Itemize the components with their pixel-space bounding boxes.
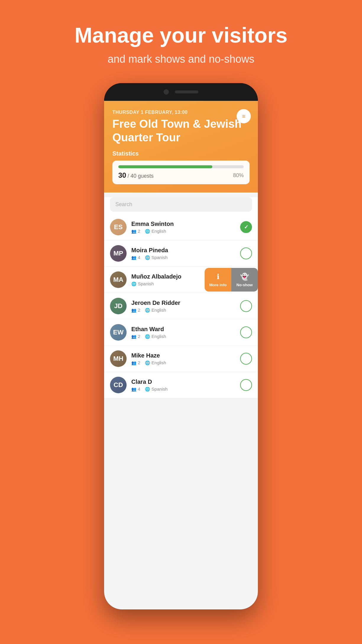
avatar: MP (110, 245, 127, 262)
visitor-name: Emma Swinton (131, 221, 240, 227)
language: 🌐 English (145, 229, 166, 234)
stats-numbers: 30 / 40 guests 80% (118, 171, 244, 179)
visitor-item[interactable]: EW Ethan Ward 👥 2 🌐 English (104, 319, 258, 346)
check-button[interactable] (240, 353, 252, 365)
visitor-item[interactable]: CD Clara D 👥 4 🌐 Spanish (104, 372, 258, 398)
visitor-item[interactable]: MH Mike Haze 👥 2 🌐 English (104, 346, 258, 372)
phone-notch (104, 83, 258, 101)
screen-content: Search ES Emma Swinton 👥 2 (104, 197, 258, 398)
guest-count: 👥 2 (131, 334, 140, 339)
avatar: MA (110, 271, 127, 288)
people-icon: 👥 (131, 255, 136, 260)
language: 🌐 English (145, 360, 166, 365)
visitor-info: Moira Pineda 👥 4 🌐 Spanish (131, 247, 240, 260)
stats-total-value: / 40 guests (127, 173, 153, 179)
search-bar[interactable]: Search (110, 197, 252, 212)
visitor-info: Ethan Ward 👥 2 🌐 English (131, 326, 240, 339)
ghost-icon: 👻 (240, 273, 249, 281)
event-date: THURSDAY 1 FEBRUARY, 13:00 (112, 110, 250, 115)
settings-icon: ≡ (242, 113, 245, 120)
info-icon: ℹ (217, 273, 219, 281)
hero-subtitle: and mark shows and no-shows (108, 53, 254, 65)
avatar: CD (110, 377, 127, 393)
visitor-name: Jeroen De Ridder (131, 300, 240, 306)
check-button[interactable] (240, 221, 252, 233)
phone-mockup: THURSDAY 1 FEBRUARY, 13:00 Free Old Town… (104, 83, 258, 609)
settings-button[interactable]: ≡ (237, 109, 251, 123)
statistics-label: Statistics (112, 150, 250, 157)
event-title: Free Old Town & Jewish Quarter Tour (112, 117, 250, 144)
visitor-item[interactable]: MA Muñoz Albaladejo 🌐 Spanish (104, 267, 258, 293)
visitor-info: Emma Swinton 👥 2 🌐 English (131, 221, 240, 234)
phone-screen: THURSDAY 1 FEBRUARY, 13:00 Free Old Town… (104, 101, 258, 609)
globe-icon: 🌐 (145, 387, 150, 391)
stats-bar-fill (118, 165, 212, 168)
visitor-meta: 👥 2 🌐 English (131, 360, 240, 365)
globe-icon: 🌐 (145, 308, 150, 313)
phone-speaker (175, 90, 198, 93)
visitor-meta: 👥 2 🌐 English (131, 229, 240, 234)
language: 🌐 Spanish (131, 281, 154, 286)
stats-bar-track (118, 165, 244, 168)
visitor-info: Clara D 👥 4 🌐 Spanish (131, 378, 240, 391)
globe-icon: 🌐 (145, 229, 150, 234)
visitor-item[interactable]: ES Emma Swinton 👥 2 🌐 English (104, 214, 258, 240)
check-button[interactable] (240, 247, 252, 259)
check-button[interactable] (240, 326, 252, 338)
visitor-meta: 👥 2 🌐 English (131, 308, 240, 313)
avatar: EW (110, 324, 127, 341)
stats-bar-container: 30 / 40 guests 80% (112, 161, 250, 184)
guest-count: 👥 4 (131, 255, 140, 260)
language: 🌐 English (145, 308, 166, 313)
visitor-item[interactable]: MP Moira Pineda 👥 4 🌐 Spanish (104, 240, 258, 267)
people-icon: 👥 (131, 360, 136, 365)
check-button[interactable] (240, 379, 252, 391)
no-show-label: No-show (237, 283, 253, 287)
visitor-list: ES Emma Swinton 👥 2 🌐 English (104, 214, 258, 398)
phone-camera (164, 89, 169, 95)
stats-current-guests: 30 / 40 guests (118, 171, 153, 179)
visitor-name: Mike Haze (131, 352, 240, 359)
guest-count: 👥 2 (131, 360, 140, 365)
language: 🌐 Spanish (145, 255, 167, 260)
visitor-name: Moira Pineda (131, 247, 240, 254)
guest-count: 👥 2 (131, 308, 140, 313)
language: 🌐 Spanish (145, 386, 167, 391)
visitor-info: Jeroen De Ridder 👥 2 🌐 English (131, 300, 240, 313)
more-info-button[interactable]: ℹ More info (205, 268, 231, 292)
language: 🌐 English (145, 334, 166, 339)
globe-icon: 🌐 (131, 281, 136, 286)
more-info-label: More info (209, 283, 227, 287)
visitor-meta: 👥 2 🌐 English (131, 334, 240, 339)
avatar: JD (110, 298, 127, 314)
no-show-button[interactable]: 👻 No-show (231, 268, 258, 292)
globe-icon: 🌐 (145, 360, 150, 365)
visitor-item[interactable]: JD Jeroen De Ridder 👥 2 🌐 English (104, 293, 258, 319)
people-icon: 👥 (131, 387, 136, 391)
visitor-name: Ethan Ward (131, 326, 240, 333)
people-icon: 👥 (131, 334, 136, 339)
avatar: ES (110, 219, 127, 235)
globe-icon: 🌐 (145, 255, 150, 260)
stats-percent-value: 80% (233, 172, 244, 179)
globe-icon: 🌐 (145, 334, 150, 339)
visitor-name: Clara D (131, 378, 240, 385)
action-overlay: ℹ More info 👻 No-show (205, 268, 258, 292)
visitor-info: Mike Haze 👥 2 🌐 English (131, 352, 240, 365)
guest-count: 👥 4 (131, 386, 140, 391)
people-icon: 👥 (131, 308, 136, 313)
visitor-meta: 👥 4 🌐 Spanish (131, 255, 240, 260)
hero-title: Manage your visitors (75, 24, 287, 47)
avatar: MH (110, 350, 127, 367)
screen-header: THURSDAY 1 FEBRUARY, 13:00 Free Old Town… (104, 101, 258, 192)
people-icon: 👥 (131, 229, 136, 234)
visitor-meta: 👥 4 🌐 Spanish (131, 386, 240, 391)
statistics-section: Statistics 30 / 40 guests 80% (112, 150, 250, 184)
stats-current-value: 30 (118, 171, 126, 179)
search-placeholder: Search (115, 201, 132, 208)
check-button[interactable] (240, 300, 252, 312)
guest-count: 👥 2 (131, 229, 140, 234)
